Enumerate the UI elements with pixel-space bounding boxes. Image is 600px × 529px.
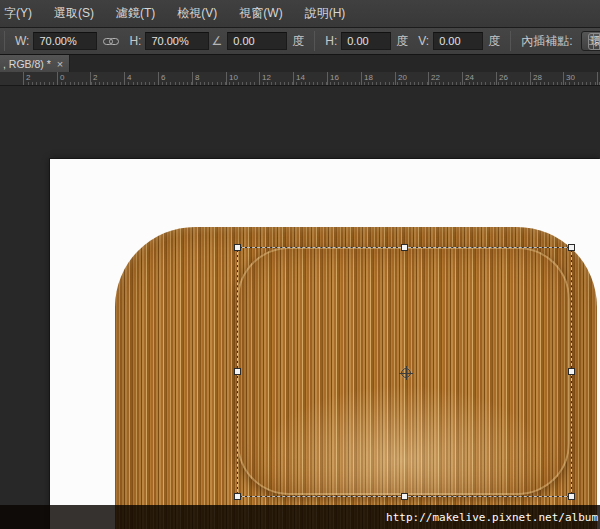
h-skew-label: H: bbox=[325, 34, 337, 48]
transform-handle-middle-right[interactable] bbox=[568, 368, 575, 375]
warp-mode-toggle-icon[interactable] bbox=[588, 33, 600, 50]
document-tab-title: , RGB/8) * bbox=[3, 58, 51, 70]
width-label: W: bbox=[15, 34, 29, 48]
width-input[interactable] bbox=[33, 32, 97, 50]
transform-options-bar: W: H: ∠ 度 H: 度 V: 度 內插補點: 環迴增值法 bbox=[0, 28, 600, 55]
document-canvas[interactable] bbox=[50, 159, 600, 529]
options-separator bbox=[4, 31, 5, 51]
document-tab-bar: , RGB/8) * × bbox=[0, 55, 600, 73]
menu-item-4[interactable]: 視窗(W) bbox=[235, 3, 286, 24]
interpolation-label: 內插補點: bbox=[521, 33, 572, 50]
transform-handle-top-left[interactable] bbox=[234, 244, 241, 251]
angle-unit-label: 度 bbox=[292, 33, 304, 50]
v-skew-label: V: bbox=[418, 34, 429, 48]
h-skew-input[interactable] bbox=[341, 32, 391, 50]
watermark-bar: http://makelive.pixnet.net/album bbox=[0, 505, 600, 529]
ruler-number: 20 bbox=[398, 73, 407, 82]
ruler-number: 24 bbox=[465, 73, 474, 82]
watermark-url: http://makelive.pixnet.net/album bbox=[386, 511, 598, 524]
ruler-number: 28 bbox=[533, 73, 542, 82]
ruler-number: 6 bbox=[161, 73, 165, 82]
ruler-number: 14 bbox=[296, 73, 305, 82]
menu-item-5[interactable]: 說明(H) bbox=[301, 3, 350, 24]
ruler-number: 18 bbox=[364, 73, 373, 82]
document-tab[interactable]: , RGB/8) * × bbox=[0, 55, 70, 72]
options-separator bbox=[314, 31, 315, 51]
menu-item-1[interactable]: 選取(S) bbox=[50, 3, 98, 24]
link-dimensions-icon[interactable] bbox=[103, 37, 119, 46]
transform-reference-point[interactable] bbox=[401, 368, 411, 378]
transform-handle-top-center[interactable] bbox=[401, 244, 408, 251]
menu-item-2[interactable]: 濾鏡(T) bbox=[112, 3, 159, 24]
v-skew-input[interactable] bbox=[433, 32, 483, 50]
ruler-number: 30 bbox=[566, 73, 575, 82]
ruler-number: 2 bbox=[26, 73, 30, 82]
ruler-number: 16 bbox=[330, 73, 339, 82]
height-input[interactable] bbox=[145, 32, 209, 50]
ruler-number: 8 bbox=[195, 73, 199, 82]
transform-handle-top-right[interactable] bbox=[568, 244, 575, 251]
ruler-number: 12 bbox=[262, 73, 271, 82]
transform-handle-bottom-center[interactable] bbox=[401, 493, 408, 500]
rotate-angle-icon: ∠ bbox=[211, 34, 222, 48]
height-label: H: bbox=[129, 34, 141, 48]
tab-close-icon[interactable]: × bbox=[57, 59, 63, 69]
transform-handle-bottom-right[interactable] bbox=[568, 493, 575, 500]
ruler-number: 10 bbox=[229, 73, 238, 82]
transform-handle-middle-left[interactable] bbox=[234, 368, 241, 375]
options-separator bbox=[510, 31, 511, 51]
transform-handle-bottom-left[interactable] bbox=[234, 493, 241, 500]
v-skew-unit-label: 度 bbox=[488, 33, 500, 50]
menu-item-0[interactable]: 字(Y) bbox=[0, 3, 36, 24]
ruler-horizontal: 202468101214161820222426283032 bbox=[0, 72, 600, 86]
ruler-number: 22 bbox=[431, 73, 440, 82]
ruler-number: 0 bbox=[60, 73, 64, 82]
menu-item-3[interactable]: 檢視(V) bbox=[173, 3, 221, 24]
ruler-number: 26 bbox=[499, 73, 508, 82]
ruler-number: 4 bbox=[127, 73, 131, 82]
angle-input[interactable] bbox=[227, 32, 287, 50]
ruler-number: 2 bbox=[93, 73, 97, 82]
workspace-pasteboard bbox=[0, 86, 600, 529]
menu-bar: 字(Y)選取(S)濾鏡(T)檢視(V)視窗(W)說明(H) bbox=[0, 0, 600, 28]
free-transform-bounding-box[interactable] bbox=[237, 247, 572, 497]
h-skew-unit-label: 度 bbox=[396, 33, 408, 50]
